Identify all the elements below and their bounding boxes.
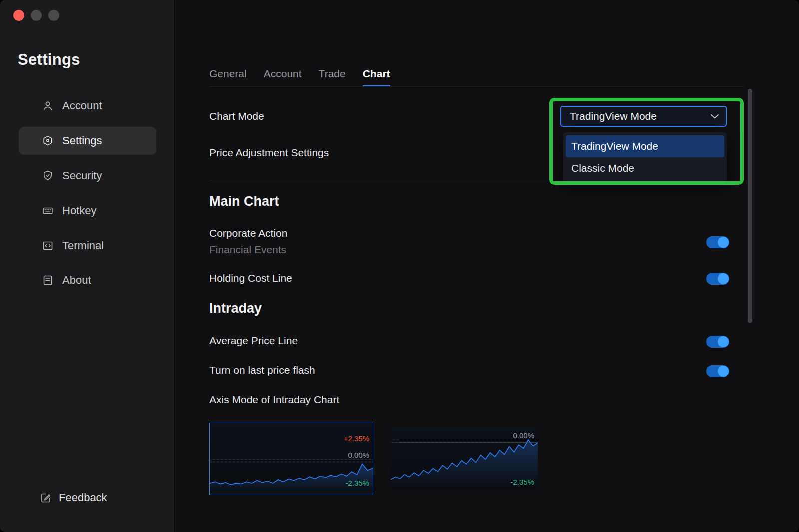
shield-icon [42,170,54,182]
corporate-action-toggle[interactable] [706,236,729,248]
chart-mode-select[interactable]: TradingView Mode [560,106,727,127]
dropdown-option-classic-mode[interactable]: Classic Mode [566,157,724,179]
holding-cost-line-label: Holding Cost Line [209,272,292,284]
page-title: Settings [18,51,80,69]
average-price-line-label: Average Price Line [209,335,298,347]
axis-mode-option-top-zero[interactable]: 0.00% -2.35% [391,428,538,489]
window-controls [13,10,59,21]
sidebar-item-settings[interactable]: Settings [19,127,156,155]
corporate-action-label: Corporate Action [209,227,287,239]
sidebar-item-security[interactable]: Security [19,162,156,190]
percent-label-zero: 0.00% [513,431,534,440]
sidebar-item-label: Terminal [62,239,104,252]
tab-bar: General Account Trade Chart [209,68,390,87]
dropdown-option-tradingview-mode[interactable]: TradingView Mode [566,135,724,157]
chevron-down-icon [711,114,719,119]
feedback-button[interactable]: Feedback [40,491,107,504]
last-price-flash-label: Turn on last price flash [209,364,315,376]
section-title-main-chart: Main Chart [209,194,279,209]
sidebar-item-about[interactable]: About [19,266,156,294]
holding-cost-line-toggle[interactable] [706,273,729,285]
settings-content: General Account Trade Chart Chart Mode P… [175,0,799,532]
feedback-label: Feedback [59,491,107,504]
sidebar-nav: Account Settings Security Hotkey [19,92,156,301]
axis-mode-label: Axis Mode of Intraday Chart [209,394,339,406]
settings-icon [42,135,54,147]
keyboard-icon [42,205,54,217]
terminal-icon [42,240,54,252]
last-price-flash-toggle[interactable] [706,365,729,377]
sidebar-item-label: Settings [62,134,102,147]
sidebar-item-label: Hotkey [62,204,96,217]
zoom-button[interactable] [48,10,59,21]
price-adjustment-label: Price Adjustment Settings [209,147,329,159]
sidebar-item-label: Account [62,99,102,112]
financial-events-sublabel: Financial Events [209,244,286,256]
sidebar-item-hotkey[interactable]: Hotkey [19,197,156,225]
minimize-button[interactable] [31,10,42,21]
feedback-icon [40,492,52,504]
chart-mode-selected-value: TradingView Mode [570,110,657,122]
zero-percent-line [391,442,538,443]
sidebar: Settings Account Settings Security [0,0,175,532]
tab-divider [209,86,744,87]
tab-account[interactable]: Account [264,68,302,87]
chart-mode-label: Chart Mode [209,110,264,122]
chart-mode-dropdown-menu: TradingView Mode Classic Mode [563,132,727,182]
sidebar-item-account[interactable]: Account [19,92,156,120]
document-icon [42,274,54,286]
close-button[interactable] [13,10,24,21]
sidebar-item-label: Security [62,169,102,182]
sidebar-item-terminal[interactable]: Terminal [19,232,156,260]
settings-window: Settings Account Settings Security [0,0,799,532]
percent-label-bottom: -2.35% [345,479,369,487]
tab-trade[interactable]: Trade [319,68,346,87]
zero-percent-line [210,462,373,462]
percent-label-zero: 0.00% [348,451,369,459]
average-price-line-toggle[interactable] [706,336,729,348]
section-title-intraday: Intraday [209,301,262,316]
percent-label-bottom: -2.35% [510,478,534,486]
tab-chart[interactable]: Chart [363,68,390,87]
percent-label-top: +2.35% [344,434,369,443]
person-icon [42,100,54,112]
tab-general[interactable]: General [209,68,247,87]
scrollbar-thumb[interactable] [748,89,752,323]
sidebar-item-label: About [62,274,91,287]
axis-mode-option-centered[interactable]: +2.35% 0.00% -2.35% [209,423,373,495]
